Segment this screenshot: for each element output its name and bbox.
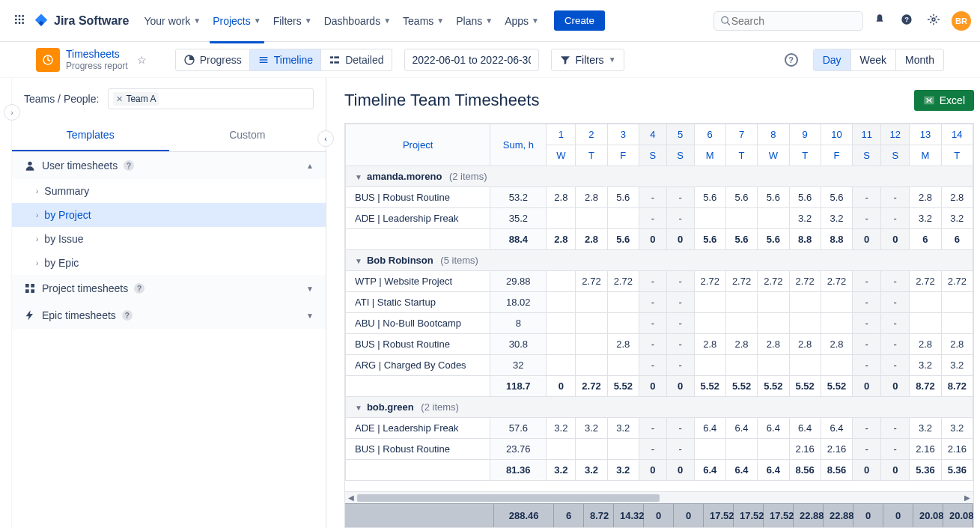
star-icon[interactable]: ☆ [134, 51, 150, 69]
user-avatar[interactable]: BR [952, 11, 971, 31]
nav-projects[interactable]: Projects▼ [207, 9, 267, 33]
jira-logo[interactable]: Jira Software [33, 13, 129, 29]
group-row[interactable]: ▼amanda.moreno (2 items) [346, 166, 973, 187]
create-button[interactable]: Create [554, 10, 605, 31]
date-range-input[interactable] [404, 49, 539, 71]
group-row[interactable]: ▼Bob Robinson (5 items) [346, 250, 973, 271]
help-badge-icon[interactable]: ? [124, 160, 134, 171]
subtotal-row: 81.363.23.23.2006.46.46.48.568.56005.365… [346, 460, 973, 481]
filter-icon [559, 54, 571, 66]
svg-point-13 [932, 18, 935, 21]
sidebar-tab-templates[interactable]: Templates [12, 120, 169, 151]
svg-point-5 [22, 19, 24, 21]
settings-icon[interactable] [923, 9, 944, 32]
nav-teams[interactable]: Teams▼ [397, 9, 450, 33]
svg-rect-20 [334, 56, 339, 58]
table-row: BUS | Robust Routine23.76--2.162.16--2.1… [346, 439, 973, 460]
svg-point-2 [22, 15, 24, 17]
view-progress[interactable]: Progress [175, 49, 250, 71]
svg-line-10 [727, 22, 730, 25]
view-mode-group: ProgressTimelineDetailed [175, 49, 392, 71]
svg-point-7 [19, 22, 21, 24]
search-icon [720, 15, 731, 27]
left-rail: › [0, 78, 12, 528]
svg-rect-22 [334, 61, 339, 64]
nav-filters[interactable]: Filters▼ [267, 9, 318, 33]
timesheet-table: ProjectSum, h1234567891011121314WTFSSMTW… [344, 123, 974, 528]
help-badge-icon[interactable]: ? [134, 283, 144, 294]
excel-icon [923, 94, 935, 106]
sidebar: ‹ Teams / People: ✕Team A TemplatesCusto… [12, 78, 326, 528]
svg-point-8 [22, 22, 24, 24]
svg-text:?: ? [904, 16, 909, 23]
table-row: BUS | Robust Routine30.82.8--2.82.82.82.… [346, 334, 973, 355]
granularity-toggle: DayWeekMonth [813, 49, 944, 71]
page-title: Timeline Team Timesheets [344, 91, 539, 110]
nav-plans[interactable]: Plans▼ [450, 9, 499, 33]
tree-item-by-epic[interactable]: ›by Epic [12, 251, 326, 275]
help-icon[interactable]: ? [896, 9, 917, 32]
nav-apps[interactable]: Apps▼ [499, 9, 545, 33]
svg-point-23 [28, 162, 31, 166]
app-switcher-icon[interactable] [9, 9, 30, 32]
search-box[interactable] [713, 11, 863, 31]
help-badge-icon[interactable]: ? [122, 310, 133, 321]
table-row: WTP | Website Project29.882.722.72--2.72… [346, 271, 973, 292]
gran-day[interactable]: Day [814, 49, 850, 70]
gran-month[interactable]: Month [895, 49, 943, 70]
table-row: ADE | Leadership Freak57.63.23.23.2--6.4… [346, 418, 973, 439]
svg-point-6 [15, 22, 17, 24]
search-input[interactable] [731, 15, 856, 27]
view-timeline[interactable]: Timeline [250, 49, 321, 71]
svg-rect-27 [31, 289, 34, 293]
table-row: ADE | Leadership Freak35.2--3.23.2--3.23… [346, 208, 973, 229]
sub-header: Timesheets Progress report ☆ ProgressTim… [0, 42, 980, 78]
section-epic-timesheets[interactable]: Epic timesheets ? ▼ [12, 302, 326, 329]
grand-total-row: 288.4668.7214.320017.5217.5217.5222.8822… [345, 503, 973, 527]
table-row: ARG | Charged By Codes32----3.23.2 [346, 355, 973, 376]
chevron-up-icon: ▲ [306, 162, 314, 170]
svg-rect-25 [31, 284, 34, 288]
svg-point-0 [15, 15, 17, 17]
context-help-icon[interactable]: ? [785, 53, 798, 67]
table-row: BUS | Robust Routine53.22.82.85.6--5.65.… [346, 187, 973, 208]
table-row: ABU | No-Bull Bootcamp8---- [346, 313, 973, 334]
chevron-down-icon: ▼ [306, 312, 314, 320]
team-tag: ✕Team A [113, 92, 159, 106]
horizontal-scrollbar[interactable]: ◀ ▶ [345, 491, 973, 503]
sidebar-tabs: TemplatesCustom [12, 120, 326, 152]
tree-item-summary[interactable]: ›Summary [12, 179, 326, 203]
scroll-right-icon[interactable]: ▶ [961, 494, 973, 502]
teams-input[interactable]: ✕Team A [108, 88, 314, 109]
svg-rect-21 [330, 61, 333, 64]
chevron-down-icon: ▼ [306, 285, 314, 293]
nav-your-work[interactable]: Your work▼ [138, 9, 207, 33]
section-project-timesheets[interactable]: Project timesheets ? ▼ [12, 275, 326, 302]
table-row: ATI | Static Startup18.02---- [346, 292, 973, 313]
top-nav: Jira Software Your work▼Projects▼Filters… [0, 0, 980, 42]
collapse-sidebar-icon[interactable]: ‹ [317, 130, 334, 147]
svg-rect-24 [25, 284, 29, 288]
remove-tag-icon[interactable]: ✕ [116, 94, 123, 104]
report-icon [36, 48, 60, 72]
gran-week[interactable]: Week [850, 49, 896, 70]
notifications-icon[interactable] [869, 9, 890, 32]
sidebar-tab-custom[interactable]: Custom [169, 120, 326, 151]
svg-rect-19 [330, 56, 333, 58]
group-row[interactable]: ▼bob.green (2 items) [346, 397, 973, 418]
subtotal-row: 118.702.725.52005.525.525.525.525.52008.… [346, 376, 973, 397]
report-title: Timesheets Progress report [66, 48, 128, 71]
svg-point-3 [15, 19, 17, 21]
teams-label: Teams / People: [24, 93, 99, 105]
svg-rect-26 [25, 289, 29, 293]
svg-point-1 [19, 15, 21, 17]
export-excel-button[interactable]: Excel [914, 90, 974, 111]
tree-item-by-project[interactable]: ›by Project [12, 203, 326, 227]
tree-item-by-issue[interactable]: ›by Issue [12, 227, 326, 251]
bolt-icon [24, 309, 36, 321]
scroll-left-icon[interactable]: ◀ [345, 494, 357, 502]
view-detailed[interactable]: Detailed [321, 49, 392, 71]
nav-dashboards[interactable]: Dashboards▼ [318, 9, 397, 33]
section-user-timesheets[interactable]: User timesheets ? ▲ [12, 152, 326, 179]
filters-button[interactable]: Filters ▼ [551, 49, 624, 71]
